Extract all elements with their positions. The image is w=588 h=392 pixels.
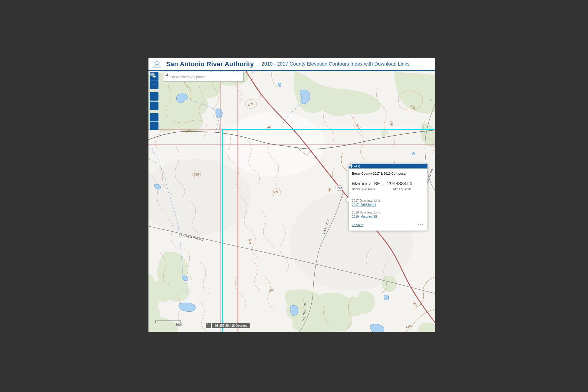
download-2017-label: 2017 Download Link: <box>352 199 381 202</box>
popup-anchor-tail <box>346 197 349 202</box>
search-icon <box>164 72 169 77</box>
map-toolbar: + − <box>150 72 158 130</box>
locate-button[interactable] <box>150 101 158 110</box>
route-shield-1604: 1604 <box>335 185 343 191</box>
feature-title: Martinez SE - 2998384b4 <box>352 181 412 187</box>
zoom-out-button[interactable]: − <box>150 81 158 89</box>
close-icon <box>349 164 352 166</box>
zoom-to-link[interactable]: Zoom to <box>352 223 363 227</box>
popup-divider <box>349 177 427 177</box>
search-button[interactable] <box>234 72 243 81</box>
popup-title-bar: (1 of 2) <box>349 164 427 169</box>
coordinates-readout: -98.257 29.418 Degrees <box>212 323 250 328</box>
scale-label: 600ft <box>176 323 182 326</box>
contour-label: 660 <box>194 173 199 176</box>
next-extent-button[interactable] <box>150 122 158 130</box>
crosshair-icon <box>206 323 209 326</box>
popup-pager: (1 of 2) <box>351 165 416 168</box>
coordinate-capture-button[interactable] <box>206 323 211 328</box>
contour-label: 650 <box>186 129 191 133</box>
popup-body: Bexar County 2017 & 2010 Contours: Marti… <box>349 169 427 231</box>
feature-popup: (1 of 2) Bexar County 2017 & 2 <box>349 164 427 231</box>
previous-extent-button[interactable] <box>150 113 158 121</box>
quad-name-label: USGS Quad Name <box>352 187 376 191</box>
star-icon: SAN ANTONIO RIVER AUTHORITY <box>152 60 162 68</box>
more-options-button[interactable]: ••• <box>418 222 424 226</box>
map-canvas[interactable]: 650 650 650 640 650 660 660 660 650 640 … <box>148 71 435 332</box>
arrow-right-icon <box>150 72 154 76</box>
search-input[interactable] <box>164 72 234 81</box>
quad-id-label: 64TH Quad ID <box>393 187 411 191</box>
logo-caption: RIVER AUTHORITY <box>152 67 162 68</box>
app-window: SAN ANTONIO RIVER AUTHORITY San Antonio … <box>148 58 435 332</box>
download-2010-link[interactable]: 2010_Martinez SE <box>352 215 377 218</box>
app-header: SAN ANTONIO RIVER AUTHORITY San Antonio … <box>148 58 435 71</box>
svg-text:1604: 1604 <box>337 187 342 190</box>
contour-label: 660 <box>390 121 393 126</box>
download-2017-link[interactable]: 2017_2998384b4 <box>352 203 376 206</box>
page-title: San Antonio River Authority <box>166 60 254 68</box>
popup-header: Bexar County 2017 & 2010 Contours: <box>352 172 406 175</box>
home-button[interactable] <box>150 92 158 101</box>
page-subtitle: 2010 - 2017 County Elevation Contours In… <box>261 61 410 67</box>
search-box <box>164 72 244 82</box>
download-2010-label: 2010 Download Link: <box>352 211 381 214</box>
